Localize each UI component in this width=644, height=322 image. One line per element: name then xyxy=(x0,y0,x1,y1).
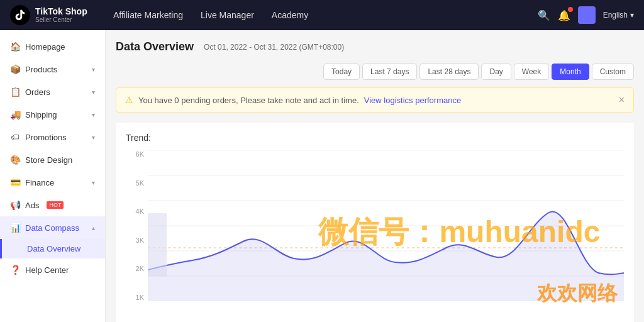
main-layout: 🏠 Homepage 📦 Products ▾ 📋 Orders ▾ 🚚 Shi… xyxy=(0,30,644,322)
chevron-down-icon: ▾ xyxy=(630,11,634,19)
sidebar-item-finance[interactable]: 💳 Finance ▾ xyxy=(0,171,105,194)
filter-last28[interactable]: Last 28 days xyxy=(419,64,479,80)
y-label-2k: 2K xyxy=(136,265,144,272)
finance-icon: 💳 xyxy=(10,177,20,187)
search-icon[interactable]: 🔍 xyxy=(538,9,550,21)
svg-rect-7 xyxy=(148,213,167,276)
y-label-5k: 5K xyxy=(136,179,144,187)
trend-chart-svg xyxy=(148,150,624,301)
filter-week[interactable]: Week xyxy=(514,64,549,80)
logo-area: TikTok Shop Seller Center xyxy=(10,5,98,25)
page-title: Data Overview xyxy=(116,40,194,53)
avatar[interactable] xyxy=(578,6,596,24)
nav-affiliate-marketing[interactable]: Affiliate Marketing xyxy=(113,8,183,23)
products-icon: 📦 xyxy=(10,64,20,74)
data-compass-icon: 📊 xyxy=(10,223,20,233)
chevron-products: ▾ xyxy=(92,66,95,73)
nav-right: 🔍 🔔 English ▾ xyxy=(538,6,634,24)
filter-today[interactable]: Today xyxy=(323,64,360,80)
hot-badge: HOT xyxy=(47,201,64,209)
chevron-orders: ▾ xyxy=(92,89,95,96)
filter-month[interactable]: Month xyxy=(552,64,589,80)
chevron-finance: ▾ xyxy=(92,179,95,186)
chevron-data-compass: ▴ xyxy=(92,225,95,231)
sidebar-item-promotions[interactable]: 🏷 Promotions ▾ xyxy=(0,126,105,148)
y-label-1k: 1K xyxy=(136,294,144,301)
chart-plot xyxy=(148,150,624,301)
date-filters: Today Last 7 days Last 28 days Day Week … xyxy=(323,64,634,80)
sidebar-item-homepage[interactable]: 🏠 Homepage xyxy=(0,35,105,58)
alert-icon: ⚠ xyxy=(125,95,133,105)
chart-y-axis: 6K 5K 4K 3K 2K 1K xyxy=(126,150,148,301)
nav-academy[interactable]: Academy xyxy=(272,8,308,23)
store-design-icon: 🎨 xyxy=(10,155,20,165)
alert-banner: ⚠ You have 0 pending orders, Please take… xyxy=(116,87,634,113)
sidebar-sub-data-overview[interactable]: Data Overview xyxy=(0,239,105,258)
sidebar-item-products[interactable]: 📦 Products ▾ xyxy=(0,58,105,80)
notification-icon[interactable]: 🔔 xyxy=(558,9,570,21)
sidebar-item-store-design[interactable]: 🎨 Store Design xyxy=(0,148,105,171)
chevron-promotions: ▾ xyxy=(92,134,95,141)
filter-day[interactable]: Day xyxy=(481,64,511,80)
filter-custom[interactable]: Custom xyxy=(592,64,634,80)
chevron-shipping: ▾ xyxy=(92,111,95,118)
nav-live-manager[interactable]: Live Manager xyxy=(201,8,254,23)
chart-container: 微信号：muhuanidc 欢欢网络 6K 5K 4K 3K 2K 1K xyxy=(126,150,624,314)
chart-title: Trend: xyxy=(126,133,624,143)
promotions-icon: 🏷 xyxy=(10,132,20,142)
sidebar-item-shipping[interactable]: 🚚 Shipping ▾ xyxy=(0,103,105,126)
home-icon: 🏠 xyxy=(10,42,20,52)
ads-icon: 📢 xyxy=(10,200,20,210)
main-content: Data Overview Oct 01, 2022 - Oct 31, 202… xyxy=(106,30,644,322)
top-nav: TikTok Shop Seller Center Affiliate Mark… xyxy=(0,0,644,30)
help-icon: ❓ xyxy=(10,265,20,275)
sidebar-item-data-compass[interactable]: 📊 Data Compass ▴ xyxy=(0,216,105,239)
sidebar-item-ads[interactable]: 📢 Ads HOT xyxy=(0,194,105,216)
tiktok-logo-icon xyxy=(10,5,30,25)
logo-text: TikTok Shop Seller Center xyxy=(35,6,87,25)
alert-link[interactable]: View logistics performance xyxy=(364,96,461,105)
notification-badge xyxy=(568,7,573,12)
page-header: Data Overview Oct 01, 2022 - Oct 31, 202… xyxy=(116,40,634,80)
y-label-4k: 4K xyxy=(136,208,144,215)
alert-message: You have 0 pending orders, Please take n… xyxy=(138,96,359,105)
sidebar-item-orders[interactable]: 📋 Orders ▾ xyxy=(0,80,105,103)
orders-icon: 📋 xyxy=(10,87,20,97)
shipping-icon: 🚚 xyxy=(10,109,20,119)
alert-close-button[interactable]: × xyxy=(619,94,625,106)
sidebar: 🏠 Homepage 📦 Products ▾ 📋 Orders ▾ 🚚 Shi… xyxy=(0,30,106,322)
language-selector[interactable]: English ▾ xyxy=(603,11,634,19)
date-range: Oct 01, 2022 - Oct 31, 2022 (GMT+08:00) xyxy=(204,43,344,52)
filter-last7[interactable]: Last 7 days xyxy=(362,64,417,80)
chart-section: Trend: 微信号：muhuanidc 欢欢网络 6K 5K 4K 3K 2K… xyxy=(116,123,634,322)
nav-links: Affiliate Marketing Live Manager Academy xyxy=(113,8,523,23)
y-label-6k: 6K xyxy=(136,150,144,158)
sidebar-item-help-center[interactable]: ❓ Help Center xyxy=(0,258,105,281)
y-label-3k: 3K xyxy=(136,236,144,244)
